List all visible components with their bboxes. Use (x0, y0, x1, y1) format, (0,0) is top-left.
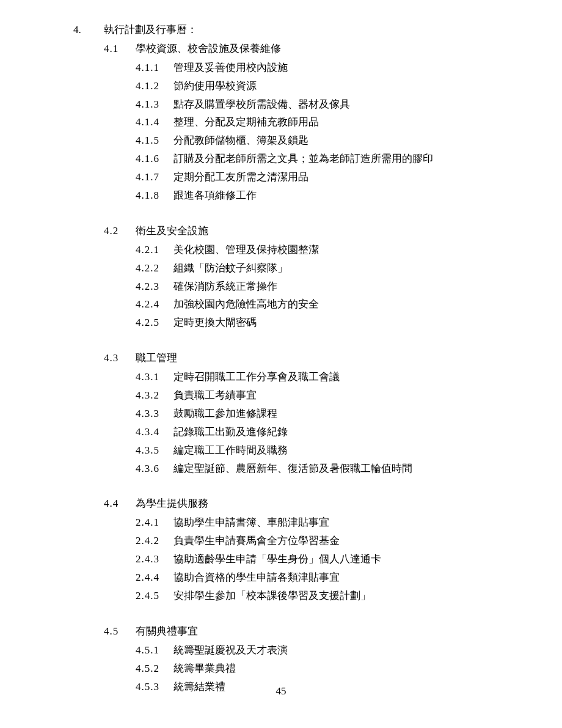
item-number: 4.5.1 (136, 642, 173, 660)
item-text: 訂購及分配老師所需之文具；並為老師訂造所需用的膠印 (173, 150, 433, 168)
list-item: 4.2.1美化校園、管理及保持校園整潔 (136, 241, 513, 259)
list-item: 4.3.2負責職工考績事宜 (136, 387, 513, 405)
list-item: 4.2.5定時更換大閘密碼 (136, 314, 513, 332)
item-text: 確保消防系統正常操作 (173, 278, 277, 296)
item-number: 4.3.3 (136, 405, 173, 423)
item-text: 協助合資格的學生申請各類津貼事宜 (173, 569, 340, 587)
section-title: 執行計劃及行事曆： (104, 21, 197, 39)
subsection-title: 有關典禮事宜 (136, 623, 198, 641)
item-text: 定時召開職工工作分享會及職工會議 (173, 369, 340, 386)
item-number: 4.1.7 (136, 169, 173, 186)
item-number: 4.1.3 (136, 96, 173, 114)
item-number: 4.1.2 (136, 78, 173, 95)
item-text: 定期分配工友所需之清潔用品 (173, 169, 308, 186)
subsection-title: 學校資源、校舍設施及保養維修 (136, 40, 281, 58)
item-number: 4.2.5 (136, 314, 173, 332)
item-number: 4.3.2 (136, 387, 173, 405)
item-text: 跟進各項維修工作 (173, 187, 257, 205)
item-number: 4.1.6 (136, 150, 173, 168)
item-text: 鼓勵職工參加進修課程 (173, 405, 277, 423)
item-text: 定時更換大閘密碼 (173, 314, 257, 332)
subsection-number: 4.4 (104, 495, 136, 513)
list-item: 4.2.4加強校園內危險性高地方的安全 (136, 296, 513, 314)
spacer (73, 333, 513, 350)
subsection-title: 為學生提供服務 (136, 495, 208, 513)
item-text: 安排學生參加「校本課後學習及支援計劃」 (173, 587, 371, 605)
item-number: 4.3.4 (136, 424, 173, 441)
spacer (73, 478, 513, 495)
subsection-header: 4.2衛生及安全設施 (104, 222, 513, 240)
item-text: 統籌畢業典禮 (173, 660, 236, 678)
item-text: 分配教師儲物櫃、簿架及鎖匙 (173, 132, 308, 150)
item-number: 4.5.2 (136, 660, 173, 678)
list-item: 4.1.1管理及妥善使用校內設施 (136, 59, 513, 77)
item-text: 記錄職工出勤及進修紀錄 (173, 424, 288, 441)
list-item: 4.5.1統籌聖誕慶祝及天才表演 (136, 642, 513, 660)
item-text: 整理、分配及定期補充教師用品 (173, 114, 319, 131)
section-number: 4. (73, 21, 104, 39)
item-text: 統籌聖誕慶祝及天才表演 (173, 642, 288, 660)
item-text: 負責學生申請賽馬會全方位學習基金 (173, 532, 340, 550)
subsection-header: 4.4為學生提供服務 (104, 495, 513, 513)
subsection-header: 4.3職工管理 (104, 350, 513, 367)
list-item: 4.1.5分配教師儲物櫃、簿架及鎖匙 (136, 132, 513, 150)
item-number: 4.1.8 (136, 187, 173, 205)
spacer (73, 205, 513, 222)
item-text: 節約使用學校資源 (173, 78, 257, 95)
item-text: 協助適齡學生申請「學生身份」個人八達通卡 (173, 551, 381, 568)
item-text: 協助學生申請書簿、車船津貼事宜 (173, 514, 329, 532)
list-item: 2.4.1協助學生申請書簿、車船津貼事宜 (136, 514, 513, 532)
item-number: 2.4.4 (136, 569, 173, 587)
item-number: 4.1.1 (136, 59, 173, 77)
subsection-number: 4.2 (104, 222, 136, 240)
item-text: 點存及購置學校所需設備、器材及傢具 (173, 96, 350, 114)
content-outline: 4.1學校資源、校舍設施及保養維修4.1.1管理及妥善使用校內設施4.1.2節約… (73, 40, 513, 696)
item-text: 編定職工工作時間及職務 (173, 442, 288, 460)
item-number: 4.2.1 (136, 241, 173, 259)
list-item: 4.2.3確保消防系統正常操作 (136, 278, 513, 296)
subsection-title: 衛生及安全設施 (136, 222, 208, 240)
list-item: 2.4.3協助適齡學生申請「學生身份」個人八達通卡 (136, 551, 513, 568)
list-item: 4.1.4整理、分配及定期補充教師用品 (136, 114, 513, 131)
item-text: 加強校園內危險性高地方的安全 (173, 296, 319, 314)
spacer (73, 606, 513, 623)
section-header: 4. 執行計劃及行事曆： (73, 21, 513, 39)
item-number: 4.2.2 (136, 260, 173, 278)
list-item: 4.2.2組織「防治蚊子糾察隊」 (136, 260, 513, 278)
subsection-number: 4.5 (104, 623, 136, 641)
page-number: 45 (0, 683, 562, 700)
item-number: 4.2.3 (136, 278, 173, 296)
list-item: 4.1.3點存及購置學校所需設備、器材及傢具 (136, 96, 513, 114)
item-number: 4.1.5 (136, 132, 173, 150)
subsection-title: 職工管理 (136, 350, 177, 367)
item-text: 管理及妥善使用校內設施 (173, 59, 288, 77)
subsection-header: 4.5有關典禮事宜 (104, 623, 513, 641)
item-number: 2.4.1 (136, 514, 173, 532)
list-item: 2.4.4協助合資格的學生申請各類津貼事宜 (136, 569, 513, 587)
item-text: 編定聖誕節、農曆新年、復活節及暑假職工輪值時間 (173, 460, 412, 478)
list-item: 2.4.5安排學生參加「校本課後學習及支援計劃」 (136, 587, 513, 605)
list-item: 4.1.8跟進各項維修工作 (136, 187, 513, 205)
list-item: 4.1.7定期分配工友所需之清潔用品 (136, 169, 513, 186)
subsection-number: 4.3 (104, 350, 136, 367)
item-number: 4.1.4 (136, 114, 173, 131)
item-number: 4.3.1 (136, 369, 173, 386)
list-item: 4.3.6編定聖誕節、農曆新年、復活節及暑假職工輪值時間 (136, 460, 513, 478)
item-number: 2.4.5 (136, 587, 173, 605)
list-item: 4.1.6訂購及分配老師所需之文具；並為老師訂造所需用的膠印 (136, 150, 513, 168)
list-item: 4.3.3鼓勵職工參加進修課程 (136, 405, 513, 423)
item-text: 負責職工考績事宜 (173, 387, 257, 405)
item-text: 美化校園、管理及保持校園整潔 (173, 241, 319, 259)
list-item: 4.3.1定時召開職工工作分享會及職工會議 (136, 369, 513, 386)
item-text: 組織「防治蚊子糾察隊」 (173, 260, 288, 278)
list-item: 2.4.2負責學生申請賽馬會全方位學習基金 (136, 532, 513, 550)
subsection-header: 4.1學校資源、校舍設施及保養維修 (104, 40, 513, 58)
list-item: 4.3.4記錄職工出勤及進修紀錄 (136, 424, 513, 441)
item-number: 2.4.2 (136, 532, 173, 550)
list-item: 4.1.2節約使用學校資源 (136, 78, 513, 95)
item-number: 4.3.5 (136, 442, 173, 460)
item-number: 4.2.4 (136, 296, 173, 314)
subsection-number: 4.1 (104, 40, 136, 58)
item-number: 2.4.3 (136, 551, 173, 568)
item-number: 4.3.6 (136, 460, 173, 478)
